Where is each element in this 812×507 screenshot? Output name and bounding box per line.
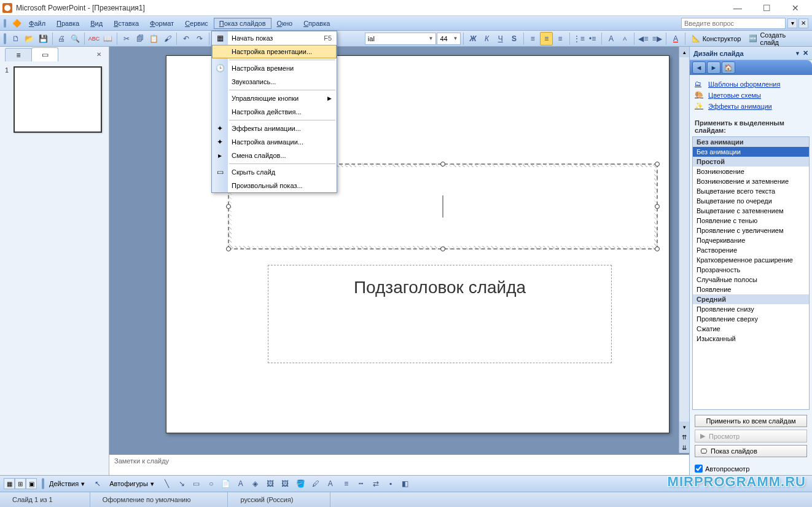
next-slide-icon[interactable]: ⇊ bbox=[679, 442, 689, 453]
underline-icon[interactable]: Ч bbox=[494, 32, 507, 45]
menu-item[interactable]: Настройка действия... bbox=[212, 105, 337, 119]
menu-item[interactable]: ✦Настройка анимации... bbox=[212, 135, 337, 149]
fill-color-icon[interactable]: 🪣 bbox=[294, 477, 308, 490]
menu-item[interactable]: Звукозапись... bbox=[212, 75, 337, 88]
sorter-view-icon[interactable]: ⊞ bbox=[15, 478, 26, 489]
designer-button[interactable]: 📐 Конструктор bbox=[688, 32, 745, 45]
doc-close-button[interactable]: ✕ bbox=[798, 18, 808, 28]
panel-close-icon[interactable]: ✕ bbox=[94, 49, 104, 59]
research-icon[interactable]: 📖 bbox=[101, 32, 114, 45]
list-item[interactable]: Проявление снизу bbox=[693, 304, 809, 314]
line-icon[interactable]: ╲ bbox=[160, 477, 174, 490]
task-pane-link[interactable]: 🗂Шаблоны оформления bbox=[695, 79, 807, 90]
list-item[interactable]: Случайные полосы bbox=[693, 275, 809, 285]
3d-style-icon[interactable]: ◧ bbox=[399, 477, 412, 490]
outdent-icon[interactable]: ◀≡ bbox=[637, 32, 650, 45]
new-icon[interactable]: 🗋 bbox=[9, 32, 22, 45]
scroll-up-icon[interactable]: ▴ bbox=[679, 47, 689, 57]
task-pane-link[interactable]: 🎨Цветовые схемы bbox=[695, 90, 807, 101]
close-button[interactable]: ✕ bbox=[781, 1, 810, 15]
arrow-style-icon[interactable]: ⇄ bbox=[369, 477, 383, 490]
new-slide-button[interactable]: 🆕 Создать слайд bbox=[745, 32, 808, 45]
italic-icon[interactable]: К bbox=[480, 32, 493, 45]
print-icon[interactable]: 🖨 bbox=[55, 32, 68, 45]
format-painter-icon[interactable]: 🖌 bbox=[161, 32, 174, 45]
list-item[interactable]: Проявление сверху bbox=[693, 314, 809, 324]
line-color-icon[interactable]: 🖊 bbox=[309, 477, 322, 490]
font-color-icon[interactable]: A bbox=[669, 32, 682, 45]
font-combo[interactable]: ial▼ bbox=[365, 33, 437, 45]
handle-icon[interactable] bbox=[440, 162, 445, 167]
handle-icon[interactable] bbox=[440, 246, 445, 251]
handle-icon[interactable] bbox=[226, 246, 231, 251]
prev-slide-icon[interactable]: ⇈ bbox=[679, 432, 689, 442]
menu-item[interactable]: Управляющие кнопки▶ bbox=[212, 92, 337, 105]
undo-icon[interactable]: ↶ bbox=[179, 32, 192, 45]
copy-icon[interactable]: 🗐 bbox=[133, 32, 146, 45]
open-icon[interactable]: 📂 bbox=[23, 32, 36, 45]
list-item[interactable]: Растворение bbox=[693, 245, 809, 255]
indent-icon[interactable]: ≡▶ bbox=[650, 32, 663, 45]
align-right-icon[interactable]: ≡ bbox=[553, 32, 566, 45]
task-pane-link[interactable]: ✨Эффекты анимации bbox=[695, 101, 807, 112]
task-pane-close-icon[interactable]: ✕ bbox=[803, 49, 808, 57]
shadow-icon[interactable]: S bbox=[507, 32, 520, 45]
menu-item[interactable]: ▦Начать показF5 bbox=[212, 31, 337, 45]
handle-icon[interactable] bbox=[655, 246, 660, 251]
list-item[interactable]: Проявление с увеличением bbox=[693, 226, 809, 235]
pointer-icon[interactable]: ↖ bbox=[91, 477, 104, 490]
list-item[interactable]: Выцветание по очереди bbox=[693, 196, 809, 206]
font-size-combo[interactable]: 44▼ bbox=[437, 33, 461, 45]
list-item[interactable]: Без анимации bbox=[693, 147, 809, 157]
menu-файл[interactable]: Файл bbox=[23, 18, 51, 29]
textbox-icon[interactable]: 📄 bbox=[219, 477, 233, 490]
actions-menu[interactable]: Действия ▾ bbox=[45, 477, 88, 490]
dash-style-icon[interactable]: ┅ bbox=[354, 477, 368, 490]
list-item[interactable]: Появление bbox=[693, 285, 809, 294]
menu-справка[interactable]: Справка bbox=[298, 18, 335, 29]
outline-tab[interactable]: ≡ bbox=[5, 48, 32, 61]
slide-thumbnail[interactable] bbox=[14, 66, 102, 133]
autopreview-checkbox[interactable]: Автопросмотр bbox=[695, 465, 807, 473]
arrow-icon[interactable]: ↘ bbox=[175, 477, 189, 490]
redo-icon[interactable]: ↷ bbox=[193, 32, 206, 45]
list-item[interactable]: Выцветание всего текста bbox=[693, 186, 809, 196]
menu-сервис[interactable]: Сервис bbox=[179, 18, 214, 29]
list-item[interactable]: Возникновение bbox=[693, 167, 809, 176]
bold-icon[interactable]: Ж bbox=[466, 32, 479, 45]
font-color-icon[interactable]: A bbox=[324, 477, 337, 490]
menu-item[interactable]: ▸Смена слайдов... bbox=[212, 149, 337, 162]
list-item[interactable]: Появление с тенью bbox=[693, 216, 809, 226]
align-left-icon[interactable]: ≡ bbox=[526, 32, 539, 45]
menu-формат[interactable]: Формат bbox=[144, 18, 179, 29]
minimize-button[interactable]: — bbox=[724, 1, 752, 15]
menu-вставка[interactable]: Вставка bbox=[108, 18, 144, 29]
paste-icon[interactable]: 📋 bbox=[147, 32, 160, 45]
spell-icon[interactable]: ABC bbox=[87, 32, 100, 45]
nav-fwd-icon[interactable]: ► bbox=[707, 61, 720, 74]
numbering-icon[interactable]: ⋮≡ bbox=[572, 32, 585, 45]
nav-back-icon[interactable]: ◄ bbox=[692, 61, 706, 74]
preview-button[interactable]: ▶ Просмотр bbox=[695, 430, 807, 442]
menu-показ слайдов[interactable]: Показ слайдов bbox=[214, 18, 271, 29]
notes-pane[interactable]: Заметки к слайду bbox=[109, 453, 689, 475]
list-item[interactable]: Сжатие bbox=[693, 324, 809, 334]
diagram-icon[interactable]: ◈ bbox=[249, 477, 262, 490]
shadow-style-icon[interactable]: ▪ bbox=[384, 477, 397, 490]
decrease-font-icon[interactable]: A bbox=[619, 32, 631, 45]
slideshow-view-icon[interactable]: ▣ bbox=[26, 478, 37, 489]
menu-вид[interactable]: Вид bbox=[85, 18, 108, 29]
slideshow-button[interactable]: 🖵 Показ слайдов bbox=[695, 445, 807, 457]
menu-item[interactable]: ✦Эффекты анимации... bbox=[212, 122, 337, 135]
help-dropdown-icon[interactable]: ▾ bbox=[787, 18, 797, 28]
list-item[interactable]: Изысканный bbox=[693, 334, 809, 344]
line-style-icon[interactable]: ≡ bbox=[340, 477, 353, 490]
handle-icon[interactable] bbox=[655, 162, 660, 167]
menu-правка[interactable]: Правка bbox=[51, 18, 85, 29]
nav-home-icon[interactable]: 🏠 bbox=[722, 61, 735, 74]
subtitle-placeholder[interactable]: Подзаголовок слайда bbox=[268, 265, 612, 363]
help-search-input[interactable] bbox=[681, 18, 786, 29]
save-icon[interactable]: 💾 bbox=[37, 32, 50, 45]
list-item[interactable]: Кратковременное расширение bbox=[693, 255, 809, 265]
cut-icon[interactable]: ✂ bbox=[120, 32, 133, 45]
